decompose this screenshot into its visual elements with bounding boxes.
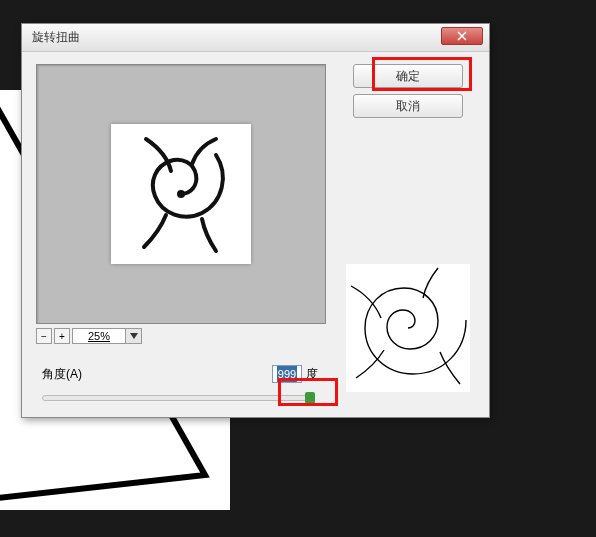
angle-slider-thumb[interactable] — [305, 392, 315, 404]
preview-thumbnail — [111, 124, 251, 264]
ok-button[interactable]: 确定 — [353, 64, 463, 88]
result-preview — [346, 264, 470, 392]
angle-label: 角度(A) — [42, 366, 82, 383]
chevron-down-icon — [125, 329, 141, 343]
filter-preview[interactable] — [36, 64, 326, 324]
angle-unit-label: 度 — [306, 366, 318, 383]
twirl-dialog: 旋转扭曲 — [21, 23, 490, 418]
angle-input-value: 999 — [277, 366, 297, 382]
zoom-level-value: 25% — [73, 330, 125, 342]
close-icon — [457, 31, 467, 41]
zoom-in-button[interactable]: + — [54, 328, 70, 344]
twirl-preview-graphic — [116, 129, 246, 259]
cancel-button[interactable]: 取消 — [353, 94, 463, 118]
zoom-level-select[interactable]: 25% — [72, 328, 142, 344]
zoom-controls: − + 25% — [36, 327, 326, 345]
dialog-titlebar[interactable]: 旋转扭曲 — [22, 24, 489, 52]
close-button[interactable] — [441, 27, 483, 45]
angle-input[interactable]: 999 — [272, 365, 302, 383]
dialog-title: 旋转扭曲 — [32, 29, 80, 46]
angle-slider[interactable] — [42, 395, 312, 401]
spiral-result-graphic — [348, 266, 468, 390]
zoom-out-button[interactable]: − — [36, 328, 52, 344]
